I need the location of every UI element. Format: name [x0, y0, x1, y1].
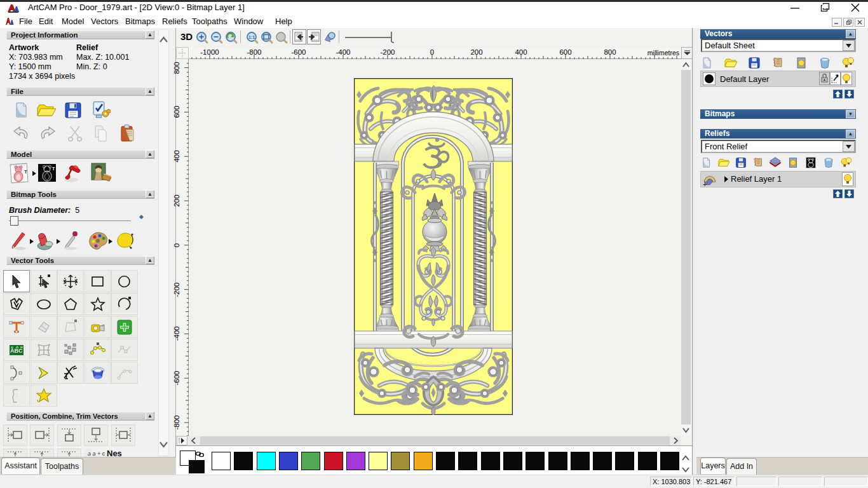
- svg-text:T: T: [24, 169, 27, 175]
- svg-text:+: +: [703, 180, 707, 187]
- svg-text:a a + c: a a + c: [88, 451, 105, 457]
- svg-text:Nes: Nes: [107, 449, 122, 458]
- svg-text:T: T: [52, 166, 55, 171]
- svg-text:1:1: 1:1: [248, 35, 255, 39]
